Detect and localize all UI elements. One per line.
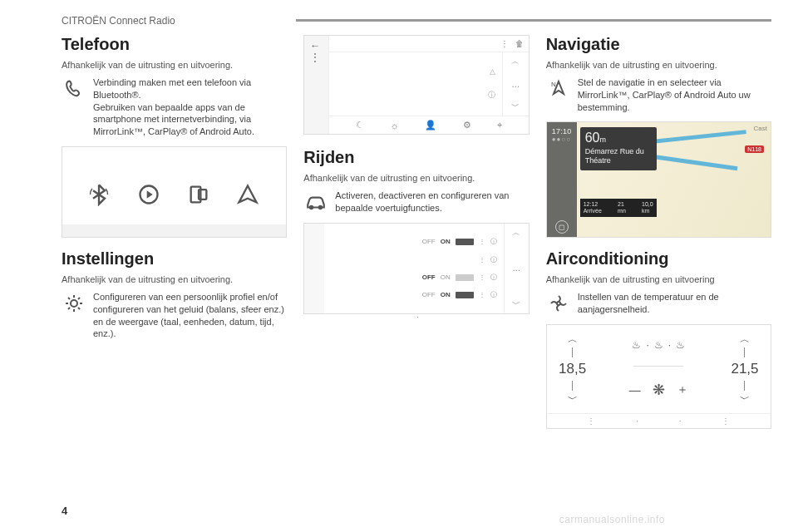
fan-plus: ＋ — [677, 382, 688, 397]
map-cast-label: Cast — [754, 125, 767, 132]
chevron-up-icon: ︿ — [512, 227, 520, 239]
watermark: carmanualsonline.info — [559, 514, 665, 525]
airco-iconrow: Instellen van de temperatuur en de aanja… — [546, 291, 771, 316]
row-warning-icon: △ — [490, 67, 495, 76]
location-icon: ⌖ — [497, 120, 502, 131]
header-divider — [296, 19, 771, 22]
eta-time-label: Arrivée — [584, 208, 602, 214]
right-temp: 21,5 — [731, 361, 758, 377]
svg-point-7 — [557, 302, 560, 305]
seat-mid-icon: ♨ — [654, 339, 663, 351]
on-label-3: ON — [441, 291, 451, 298]
nav-street: Démarrez Rue du Théatre — [585, 147, 652, 165]
chevron-down-icon: ﹀ — [740, 394, 750, 404]
left-temp: 18,5 — [559, 361, 586, 377]
svg-text:N: N — [551, 81, 556, 88]
on-label: ON — [441, 238, 451, 245]
nav-eta-bar: 12:12Arrivée 21mn 10,0km — [580, 199, 657, 216]
rijden-heading: Rijden — [303, 148, 529, 167]
road-badge: N118 — [745, 145, 764, 153]
play-circle-icon — [137, 183, 162, 208]
eta-km-label: km — [642, 208, 649, 214]
instellingen-iconrow: Configureren van een persoonlijk profiel… — [62, 291, 287, 340]
ellipsis-icon: … — [512, 264, 520, 273]
toggle-3 — [456, 274, 474, 281]
dot-icon-2: · — [679, 416, 682, 426]
navigatie-iconrow: N Stel de navigatie in en selecteer via … — [546, 76, 771, 114]
fan-minus: — — [629, 383, 641, 397]
bluetooth-radiate-icon — [87, 183, 112, 208]
left-zone: ︿ 18,5 ﹀ — [547, 325, 598, 413]
content-columns: Telefoon Afhankelijk van de uitrusting e… — [62, 32, 771, 499]
phone-icon — [62, 76, 86, 101]
airco-screenshot: ︿ 18,5 ﹀ ♨ · ♨ · ♨ — — [546, 324, 771, 429]
toggle-4 — [456, 292, 474, 298]
telefoon-desc: Verbinding maken met een telefoon via Bl… — [93, 76, 287, 138]
nav-distance-number: 60 — [585, 131, 600, 145]
compass-icon: N — [546, 76, 571, 101]
header-title: CITROËN Connect Radio — [62, 15, 175, 27]
eta-km: 10,0 — [642, 201, 653, 207]
eta-min-label: mn — [618, 208, 626, 214]
menu-dots-icon: ⋮ — [587, 416, 595, 426]
airco-heading: Airconditioning — [546, 249, 771, 268]
eta-min: 21 — [618, 201, 624, 207]
menu-dots-icon: ⋮ — [500, 39, 509, 48]
off-label: OFF — [422, 238, 436, 245]
telefoon-iconrow: Verbinding maken met een telefoon via Bl… — [62, 76, 287, 138]
seat-right-icon: ♨ — [676, 339, 685, 351]
off-label-2: OFF — [422, 273, 436, 281]
off-label-3: OFF — [422, 291, 436, 298]
nav-clock: 17:10 — [552, 127, 572, 135]
chevron-up-icon: ︿ — [568, 334, 578, 344]
rijden-screenshot: OFFON⋮ⓘ ⋮ⓘ OFFON⋮ⓘ OFFON⋮ⓘ ︿ … ﹀ — [303, 223, 529, 314]
info-icon-3: ⓘ — [490, 273, 497, 282]
android-auto-icon — [236, 183, 261, 208]
info-icon-4: ⓘ — [490, 290, 497, 299]
eta-time: 12:12 — [584, 201, 598, 207]
page-number: 4 — [62, 505, 67, 517]
fan-center-icon: ❋ — [653, 381, 665, 399]
moon-icon: ☾ — [356, 120, 364, 131]
chevron-down-icon: ﹀ — [511, 101, 520, 112]
rijden-iconrow: Activeren, deactiveren en configureren v… — [303, 190, 529, 214]
bt-footer-icon: ✱ — [171, 227, 178, 235]
instellingen-depends: Afhankelijk van de uitrusting en uitvoer… — [62, 273, 287, 286]
seat-left-icon: ♨ — [632, 339, 641, 351]
instellingen-desc: Configureren van een persoonlijk profiel… — [93, 291, 287, 340]
mirrorlink-icon — [187, 183, 212, 208]
nav-info-card: 60m Démarrez Rue du Théatre — [580, 127, 657, 170]
brightness-icon: ☼ — [390, 121, 398, 131]
info-icon-2: ⓘ — [490, 255, 497, 264]
toggle-1 — [456, 239, 474, 245]
settings-screenshot: ← ⋮ ⋮ 🗑 △ ⓘ ︿ … ﹀ ☾ ☼ — [303, 35, 529, 135]
nav-distance-unit: m — [599, 135, 606, 144]
telefoon-depends: Afhankelijk van de uitrusting en uitvoer… — [62, 59, 287, 71]
fan-icon — [546, 291, 571, 316]
navigatie-depends: Afhankelijk van de uitrusting en uitvoer… — [546, 59, 771, 71]
airco-desc: Instellen van de temperatuur en de aanja… — [578, 291, 771, 316]
rijden-depends: Afhankelijk van de uitrusting en uitvoer… — [303, 172, 529, 185]
dot-icon: · — [636, 416, 638, 426]
chevron-up-icon: ︿ — [740, 334, 750, 344]
settings-gear-icon: ⚙ — [463, 120, 471, 131]
telefoon-heading: Telefoon — [62, 35, 287, 54]
dot-sep-2: · — [668, 339, 671, 351]
back-icon: ← ⋮ — [310, 40, 328, 63]
chevron-down-icon: ﹀ — [568, 394, 578, 404]
chevron-down-icon: ﹀ — [512, 298, 520, 310]
trash-icon: 🗑 — [515, 39, 524, 48]
dot-sep: · — [646, 339, 648, 351]
ellipsis-icon: … — [511, 80, 520, 89]
right-zone: ︿ 21,5 ﹀ — [719, 325, 771, 413]
row-info-icon: ⓘ — [488, 90, 495, 101]
instellingen-heading: Instellingen — [62, 249, 287, 268]
menu-dots-icon-2: ⋮ — [722, 416, 730, 426]
navigatie-desc: Stel de navigatie in en selecteer via Mi… — [578, 76, 771, 114]
telefoon-screenshot: ✱ — [62, 146, 287, 238]
info-icon: ⓘ — [490, 237, 497, 246]
profile-icon: 👤 — [425, 120, 436, 131]
stop-button-icon: ▢ — [555, 220, 569, 234]
navigatie-heading: Navigatie — [546, 35, 771, 54]
svg-point-3 — [71, 300, 77, 307]
